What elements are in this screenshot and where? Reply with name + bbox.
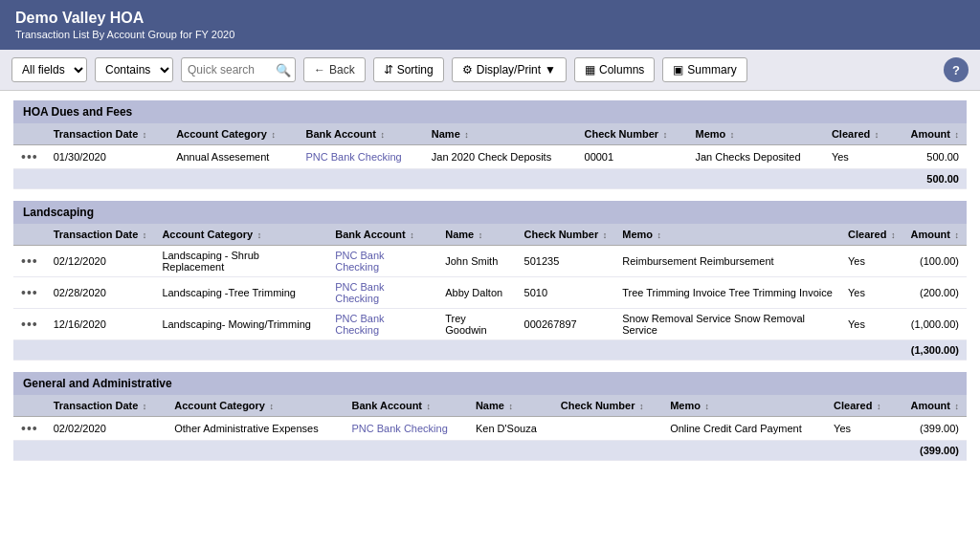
summary-icon: ▣ — [673, 63, 683, 77]
sort-icon: ↕ — [424, 402, 431, 411]
col-header-check-number[interactable]: Check Number ↕ — [577, 123, 688, 145]
row-menu-dots[interactable]: ••• — [21, 421, 38, 436]
col-header-cleared[interactable]: Cleared ↕ — [826, 395, 896, 417]
sort-icon: ↕ — [408, 230, 414, 240]
group-header-0: HOA Dues and Fees — [13, 100, 967, 123]
col-header-check-number[interactable]: Check Number ↕ — [517, 224, 615, 246]
row-menu-dots[interactable]: ••• — [21, 253, 38, 269]
cell-memo: Jan Checks Deposited — [687, 145, 823, 169]
sort-icon: ↕ — [255, 230, 261, 240]
cell-category: Landscaping- Mowing/Trimming — [154, 309, 327, 340]
group-header-2: General and Administrative — [13, 372, 967, 395]
cell-date: 12/16/2020 — [46, 309, 155, 340]
col-header-check-number[interactable]: Check Number ↕ — [553, 395, 662, 417]
cell-date: 02/28/2020 — [46, 277, 155, 309]
total-row: (1,300.00) — [13, 340, 967, 361]
row-menu-dots[interactable]: ••• — [21, 285, 38, 300]
cell-amount: (399.00) — [896, 417, 967, 441]
cell-name: John Smith — [437, 246, 516, 277]
cell-memo: Reimbursement Reimbursement — [614, 246, 840, 277]
columns-button[interactable]: ▦ Columns — [574, 57, 655, 82]
bank-link[interactable]: PNC Bank Checking — [335, 281, 384, 304]
cell-date: 02/02/2020 — [46, 417, 167, 441]
group-table-2: Transaction Date ↕Account Category ↕Bank… — [13, 395, 967, 461]
fields-select[interactable]: All fields — [11, 57, 87, 82]
summary-button[interactable]: ▣ Summary — [662, 57, 746, 82]
col-header-cleared[interactable]: Cleared ↕ — [840, 224, 902, 246]
col-header-amount[interactable]: Amount ↕ — [902, 224, 967, 246]
col-header-bank-account[interactable]: Bank Account ↕ — [344, 395, 467, 417]
table-row: •••02/28/2020Landscaping -Tree TrimmingP… — [13, 277, 967, 309]
sort-icon: ↕ — [655, 230, 661, 240]
back-button[interactable]: ← Back — [303, 57, 366, 82]
sort-icon: ↕ — [872, 130, 879, 140]
cell-cleared: Yes — [840, 277, 902, 309]
col-header-memo[interactable]: Memo ↕ — [614, 224, 840, 246]
sort-icon: ↕ — [952, 230, 959, 240]
cell-bank[interactable]: PNC Bank Checking — [344, 417, 467, 441]
col-header-account-category[interactable]: Account Category ↕ — [167, 395, 344, 417]
cell-memo: Tree Trimming Invoice Tree Trimming Invo… — [614, 277, 840, 309]
cell-bank[interactable]: PNC Bank Checking — [327, 309, 437, 340]
page-subtitle: Transaction List By Account Group for FY… — [15, 29, 965, 40]
group-total: (1,300.00) — [902, 340, 967, 361]
sort-icon: ↕ — [952, 402, 959, 411]
cell-name: Ken D'Souza — [468, 417, 553, 441]
cell-cleared: Yes — [840, 246, 902, 277]
chevron-down-icon: ▼ — [545, 63, 556, 77]
sort-icon: ↕ — [727, 130, 734, 140]
cell-name: Jan 2020 Check Deposits — [424, 145, 577, 169]
toolbar: All fields Contains 🔍 ← Back ⇵ Sorting ⚙… — [0, 50, 980, 91]
cell-date: 01/30/2020 — [46, 145, 168, 169]
sort-icon: ↕ — [874, 402, 880, 411]
col-header-name[interactable]: Name ↕ — [424, 123, 577, 145]
cell-category: Annual Assesement — [168, 145, 298, 169]
cell-check: 00001 — [577, 145, 688, 169]
row-menu-dots[interactable]: ••• — [21, 149, 38, 164]
col-header-account-category[interactable]: Account Category ↕ — [154, 224, 327, 246]
cell-cleared: Yes — [826, 417, 896, 441]
col-header-amount[interactable]: Amount ↕ — [896, 395, 967, 417]
bank-link[interactable]: PNC Bank Checking — [335, 250, 384, 273]
col-header-memo[interactable]: Memo ↕ — [662, 395, 826, 417]
col-header-bank-account[interactable]: Bank Account ↕ — [298, 123, 423, 145]
cell-check — [553, 417, 662, 441]
col-header-amount[interactable]: Amount ↕ — [895, 123, 967, 145]
col-header-name[interactable]: Name ↕ — [437, 224, 516, 246]
col-header-transaction-date[interactable]: Transaction Date ↕ — [46, 224, 155, 246]
row-menu-dots[interactable]: ••• — [21, 317, 38, 332]
sort-icon: ↕ — [378, 130, 385, 140]
cell-bank[interactable]: PNC Bank Checking — [298, 145, 423, 169]
help-button[interactable]: ? — [944, 57, 969, 82]
cell-amount: (200.00) — [902, 277, 967, 309]
page-title: Demo Valley HOA — [15, 10, 965, 27]
col-header-name[interactable]: Name ↕ — [468, 395, 553, 417]
bank-link[interactable]: PNC Bank Checking — [335, 313, 384, 336]
cell-check: 000267897 — [517, 309, 615, 340]
bank-link[interactable]: PNC Bank Checking — [351, 423, 447, 434]
cell-memo: Online Credit Card Payment — [662, 417, 826, 441]
col-header-transaction-date[interactable]: Transaction Date ↕ — [46, 395, 167, 417]
cell-bank[interactable]: PNC Bank Checking — [327, 246, 437, 277]
group-total: (399.00) — [896, 441, 967, 461]
group-total: 500.00 — [895, 169, 967, 189]
condition-select[interactable]: Contains — [95, 57, 173, 82]
col-header-account-category[interactable]: Account Category ↕ — [168, 123, 298, 145]
cell-date: 02/12/2020 — [46, 246, 155, 277]
display-print-button[interactable]: ⚙ Display/Print ▼ — [452, 57, 567, 82]
bank-link[interactable]: PNC Bank Checking — [305, 151, 401, 163]
sort-icon: ↕ — [660, 130, 667, 140]
col-header-cleared[interactable]: Cleared ↕ — [824, 123, 895, 145]
cell-bank[interactable]: PNC Bank Checking — [327, 277, 437, 309]
col-header-memo[interactable]: Memo ↕ — [687, 123, 823, 145]
table-row: •••02/12/2020Landscaping - Shrub Replace… — [13, 246, 967, 277]
group-header-1: Landscaping — [13, 201, 967, 224]
sort-icon: ↕ — [600, 230, 607, 240]
col-header-transaction-date[interactable]: Transaction Date ↕ — [46, 123, 168, 145]
search-icon: 🔍 — [276, 63, 291, 77]
cell-category: Landscaping - Shrub Replacement — [154, 246, 327, 277]
col-header-bank-account[interactable]: Bank Account ↕ — [327, 224, 437, 246]
page-header: Demo Valley HOA Transaction List By Acco… — [0, 0, 980, 50]
sorting-button[interactable]: ⇵ Sorting — [373, 57, 444, 82]
cell-check: 501235 — [517, 246, 615, 277]
